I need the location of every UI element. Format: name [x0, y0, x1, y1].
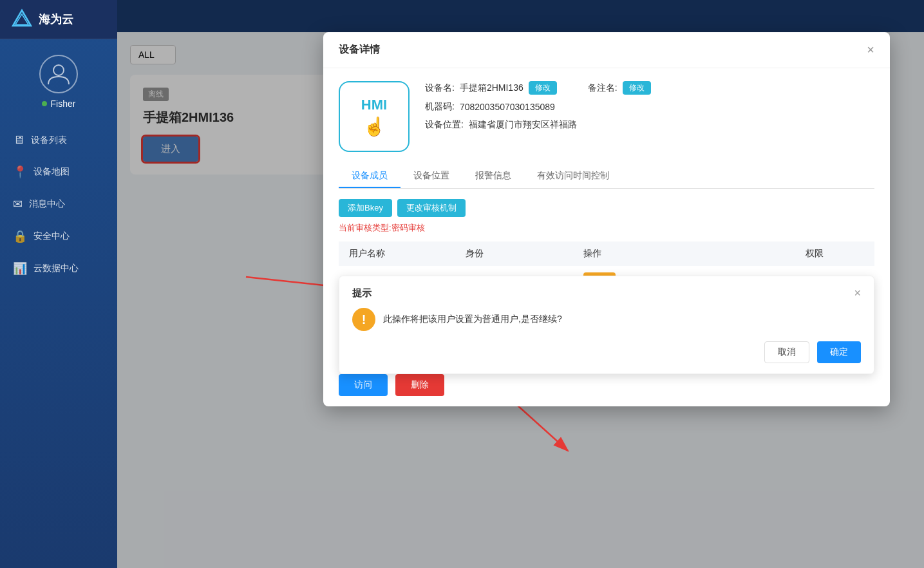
device-detail-modal: 设备详情 × HMI ☝ 设备名: 手提箱2HMI136 修改 备注名: 修改 [323, 32, 890, 406]
confirm-header: 提示 × [352, 287, 861, 300]
avatar [39, 55, 78, 93]
monitor-icon: 🖥 [13, 133, 24, 147]
confirm-close-button[interactable]: × [854, 287, 861, 300]
device-meta: 设备名: 手提箱2HMI136 修改 备注名: 修改 机器码: 70820035… [425, 81, 874, 137]
device-name-value: 手提箱2HMI136 [460, 82, 523, 94]
tab-actions: 添加Bkey 更改审核机制 [339, 199, 874, 217]
modal-close-button[interactable]: × [867, 43, 874, 57]
modal-tabs: 设备成员 设备位置 报警信息 有效访问时间控制 [339, 165, 874, 189]
lock-icon: 🔒 [13, 229, 27, 243]
col-permission: 权限 [795, 241, 874, 266]
note-edit-button[interactable]: 修改 [623, 81, 651, 95]
tab-alarm[interactable]: 报警信息 [462, 165, 524, 188]
sidebar-nav: 🖥 设备列表 📍 设备地图 ✉ 消息中心 🔒 安全中心 📊 云数据中心 [0, 124, 117, 285]
device-name-row: 设备名: 手提箱2HMI136 修改 备注名: 修改 [425, 81, 874, 95]
hmi-text: HMI [361, 97, 387, 113]
map-icon: 📍 [13, 165, 27, 179]
tab-access-control[interactable]: 有效访问时间控制 [524, 165, 622, 188]
visit-button[interactable]: 访问 [339, 374, 388, 396]
confirm-popup: 提示 × ! 此操作将把该用户设置为普通用户,是否继续? 取消 确定 [339, 276, 874, 374]
modal-header: 设备详情 × [323, 32, 890, 68]
confirm-title: 提示 [352, 287, 372, 299]
app-title: 海为云 [39, 12, 73, 27]
modal-title: 设备详情 [339, 43, 380, 57]
machine-code-value: 7082003507030135089 [460, 102, 555, 112]
username-display: Fisher [42, 99, 76, 109]
confirm-footer: 取消 确定 [352, 341, 861, 363]
machine-code-label: 机器码: [425, 101, 455, 113]
app-logo [10, 8, 33, 31]
svg-point-2 [53, 65, 64, 75]
sidebar: 海为云 Fisher 🖥 设备列表 📍 设备地图 ✉ 消息中心 🔒 安全中心 📊 [0, 0, 117, 568]
sidebar-header: 海为云 [0, 0, 117, 39]
col-actions: 操作 [573, 241, 795, 266]
hand-icon: ☝ [363, 116, 386, 137]
machine-code-row: 机器码: 7082003507030135089 [425, 101, 874, 113]
modal-body: HMI ☝ 设备名: 手提箱2HMI136 修改 备注名: 修改 机器码: 70… [323, 68, 890, 364]
audit-type-text: 当前审核类型:密码审核 [339, 222, 874, 234]
chart-icon: 📊 [13, 261, 27, 276]
location-value: 福建省厦门市翔安区祥福路 [469, 119, 577, 131]
sidebar-item-device-map[interactable]: 📍 设备地图 [0, 156, 117, 188]
device-name-label: 设备名: [425, 82, 455, 94]
confirm-body: ! 此操作将把该用户设置为普通用户,是否继续? [352, 308, 861, 331]
sidebar-item-security-center[interactable]: 🔒 安全中心 [0, 220, 117, 252]
confirm-message: 此操作将把该用户设置为普通用户,是否继续? [383, 314, 562, 325]
tab-members[interactable]: 设备成员 [339, 165, 401, 188]
location-label: 设备位置: [425, 119, 464, 131]
location-row: 设备位置: 福建省厦门市翔安区祥福路 [425, 119, 874, 131]
device-name-edit-button[interactable]: 修改 [529, 81, 557, 95]
sidebar-item-device-list[interactable]: 🖥 设备列表 [0, 124, 117, 156]
device-info-row: HMI ☝ 设备名: 手提箱2HMI136 修改 备注名: 修改 机器码: 70… [339, 81, 874, 152]
sidebar-item-message-center[interactable]: ✉ 消息中心 [0, 188, 117, 220]
cancel-confirm-button[interactable]: 取消 [764, 341, 809, 363]
col-identity: 身份 [455, 241, 573, 266]
warning-icon: ! [352, 308, 375, 331]
mail-icon: ✉ [13, 197, 23, 211]
add-bkey-button[interactable]: 添加Bkey [339, 199, 392, 217]
note-label: 备注名: [588, 82, 618, 94]
sidebar-item-cloud-data[interactable]: 📊 云数据中心 [0, 252, 117, 285]
delete-device-button[interactable]: 删除 [395, 374, 444, 396]
main-area: ALL 离线 手提箱2HMI136 进入 设备详情 × HMI ☝ [117, 0, 924, 568]
change-audit-button[interactable]: 更改审核机制 [397, 199, 466, 217]
online-indicator [42, 101, 47, 106]
device-icon-box: HMI ☝ [339, 81, 410, 152]
tab-location[interactable]: 设备位置 [401, 165, 462, 188]
ok-confirm-button[interactable]: 确定 [817, 341, 861, 363]
col-username: 用户名称 [339, 241, 455, 266]
